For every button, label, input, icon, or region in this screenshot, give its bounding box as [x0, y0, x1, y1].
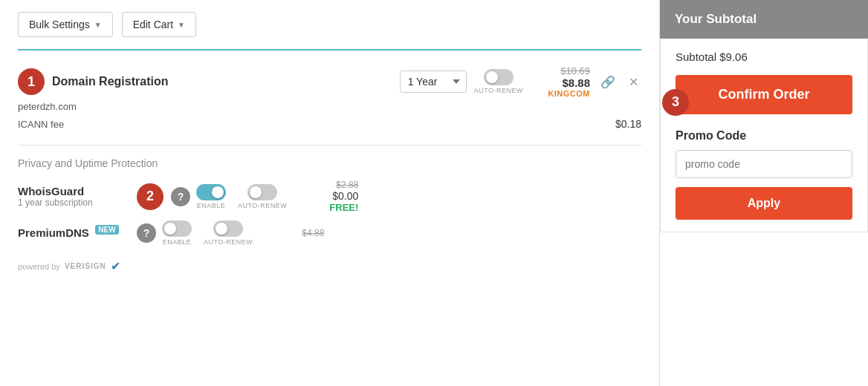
whoisguard-sub: 1 year subscription [18, 197, 137, 208]
auto-renew-label: AUTO-RENEW [474, 87, 523, 94]
whoisguard-price-free: FREE! [329, 202, 358, 213]
apply-button[interactable]: Apply [676, 187, 852, 220]
premiumdns-enable-toggle-wrap[interactable]: ENABLE [162, 220, 192, 246]
verisign-logo: VERISIGN [65, 262, 106, 270]
whoisguard-price-col: $2.88 $0.00 FREE! [299, 180, 358, 213]
whoisguard-name: WhoisGuard [18, 185, 137, 197]
domain-price-current: $8.88 [562, 76, 590, 89]
domain-registration-row: 1 Domain Registration 1 Year 2 Years 3 Y… [18, 65, 641, 98]
confirm-order-button[interactable]: Confirm Order [676, 75, 852, 114]
bulk-settings-label: Bulk Settings [29, 19, 90, 30]
premiumdns-help-button[interactable]: ? [137, 223, 156, 243]
sidebar-header: Your Subtotal [660, 0, 868, 39]
sidebar: Your Subtotal Subtotal $9.06 3 Confirm O… [660, 0, 868, 386]
subtotal-row: Subtotal $9.06 [676, 50, 852, 63]
icann-label: ICANN fee [18, 119, 64, 130]
whoisguard-price-original: $2.88 [336, 180, 358, 190]
step3-badge: 3 [662, 89, 689, 116]
protection-divider [18, 145, 641, 145]
auto-renew-toggle-wrap[interactable]: AUTO-RENEW [474, 69, 523, 94]
verisign-icon: ✔ [111, 259, 120, 273]
premiumdns-price-col: $4.88 [265, 228, 324, 238]
sidebar-body: Subtotal $9.06 3 Confirm Order Promo Cod… [660, 39, 868, 232]
premiumdns-price: $4.88 [302, 228, 324, 238]
toolbar: Bulk Settings ▼ Edit Cart ▼ [18, 12, 641, 37]
your-subtotal-label: Your Subtotal [675, 12, 757, 26]
promo-code-input[interactable] [676, 150, 852, 178]
icann-price: $0.18 [615, 118, 641, 130]
premiumdns-autorenew-label: AUTO-RENEW [204, 238, 253, 246]
whoisguard-autorenew-toggle-wrap[interactable]: AUTO-RENEW [238, 184, 287, 209]
chevron-down-icon: ▼ [178, 21, 185, 29]
whoisguard-autorenew-label: AUTO-RENEW [238, 202, 287, 209]
domain-price-col: $10.69 $8.88 KINGCOM [531, 65, 590, 98]
remove-icon-button[interactable]: ✕ [626, 73, 641, 91]
edit-cart-button[interactable]: Edit Cart ▼ [122, 12, 196, 37]
step2-badge: 2 [137, 183, 163, 210]
auto-renew-toggle[interactable] [484, 69, 514, 85]
domain-registration-title: Domain Registration [52, 75, 168, 88]
icann-row: ICANN fee $0.18 [18, 118, 641, 130]
promo-code-title: Promo Code [676, 129, 852, 143]
premiumdns-row: PremiumDNS NEW ? ENABLE AUTO-RENEW $4.88 [18, 220, 641, 246]
premiumdns-enable-label: ENABLE [163, 238, 192, 246]
whoisguard-enable-label: ENABLE [197, 202, 226, 209]
domain-controls: 1 Year 2 Years 3 Years 5 Years AUTO-RENE… [400, 65, 641, 98]
protection-section-title: Privacy and Uptime Protection [18, 157, 641, 169]
confirm-area: 3 Confirm Order [676, 75, 852, 129]
premiumdns-new-badge: NEW [95, 225, 118, 235]
apply-label: Apply [748, 197, 780, 209]
domain-price-original: $10.69 [560, 65, 590, 76]
subtotal-label: Subtotal $9.06 [676, 50, 748, 63]
link-icon-button[interactable]: 🔗 [597, 73, 618, 91]
whoisguard-price-current: $0.00 [332, 190, 358, 202]
chevron-down-icon: ▼ [94, 21, 102, 29]
year-select[interactable]: 1 Year 2 Years 3 Years 5 Years [400, 71, 467, 93]
powered-by-label: powered by [18, 262, 60, 271]
bulk-settings-button[interactable]: Bulk Settings ▼ [18, 12, 113, 37]
whoisguard-info: WhoisGuard 1 year subscription [18, 185, 137, 208]
step1-badge: 1 [18, 68, 45, 95]
whoisguard-enable-toggle[interactable] [196, 184, 226, 200]
verisign-footer: powered by VERISIGN ✔ [18, 259, 641, 273]
premiumdns-info: PremiumDNS NEW [18, 226, 137, 240]
section-divider [18, 49, 641, 50]
domain-price-badge: KINGCOM [548, 89, 590, 98]
domain-name: peterdzh.com [18, 101, 641, 112]
confirm-order-label: Confirm Order [718, 87, 809, 102]
whoisguard-enable-toggle-wrap[interactable]: ENABLE [196, 184, 226, 209]
premiumdns-name: PremiumDNS [18, 227, 89, 240]
whoisguard-row: WhoisGuard 1 year subscription 2 ? ENABL… [18, 180, 641, 213]
premiumdns-autorenew-toggle[interactable] [213, 220, 243, 237]
whoisguard-help-button[interactable]: ? [171, 187, 190, 206]
premiumdns-autorenew-toggle-wrap[interactable]: AUTO-RENEW [204, 220, 253, 246]
whoisguard-autorenew-toggle[interactable] [247, 184, 277, 200]
premiumdns-enable-toggle[interactable] [162, 220, 192, 237]
edit-cart-label: Edit Cart [133, 19, 173, 30]
